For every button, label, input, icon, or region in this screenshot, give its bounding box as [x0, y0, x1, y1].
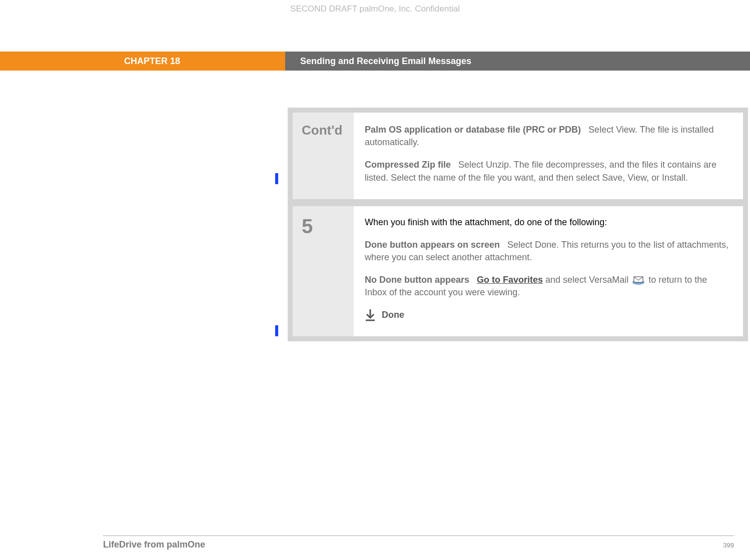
paragraph: No Done button appears Go to Favorites a… — [365, 274, 729, 299]
lead-text: No Done button appears — [365, 275, 469, 285]
content-panel: Cont'd Palm OS application or database f… — [288, 108, 748, 341]
change-bar — [275, 325, 278, 336]
section-title: Sending and Receiving Email Messages — [300, 56, 471, 67]
paragraph: Palm OS application or database file (PR… — [365, 124, 729, 149]
footer-rule — [103, 535, 734, 536]
body-text: and select VersaMail — [543, 275, 631, 285]
intro-text: When you finish with the attachment, do … — [365, 217, 729, 228]
step-body: Palm OS application or database file (PR… — [354, 113, 743, 199]
step-label-cell: Cont'd — [293, 113, 354, 199]
step-row-5: 5 When you finish with the attachment, d… — [293, 206, 743, 336]
step-label: Cont'd — [302, 123, 342, 138]
step-row-contd: Cont'd Palm OS application or database f… — [293, 113, 743, 199]
header-band: CHAPTER 18 Sending and Receiving Email M… — [0, 52, 750, 71]
lead-text: Palm OS application or database file (PR… — [365, 125, 581, 135]
done-arrow-icon — [365, 309, 376, 321]
step-body: When you finish with the attachment, do … — [354, 206, 743, 336]
title-block: Sending and Receiving Email Messages — [285, 52, 750, 71]
step-label-cell: 5 — [293, 206, 354, 336]
footer-product: LifeDrive from palmOne — [103, 539, 205, 550]
versamail-icon — [632, 275, 645, 285]
chapter-block: CHAPTER 18 — [0, 52, 285, 71]
favorites-link[interactable]: Go to Favorites — [477, 275, 543, 285]
chapter-label: CHAPTER 18 — [124, 56, 180, 67]
done-marker: Done — [365, 309, 729, 321]
paragraph: Compressed Zip file Select Unzip. The fi… — [365, 159, 729, 184]
paragraph: Done button appears on screen Select Don… — [365, 239, 729, 264]
watermark-text: SECOND DRAFT palmOne, Inc. Confidential — [290, 4, 460, 14]
footer-page-number: 399 — [723, 541, 734, 549]
done-label: Done — [382, 310, 404, 320]
step-number: 5 — [302, 215, 313, 237]
change-bar — [275, 173, 278, 184]
lead-text: Compressed Zip file — [365, 160, 451, 170]
lead-text: Done button appears on screen — [365, 240, 500, 250]
